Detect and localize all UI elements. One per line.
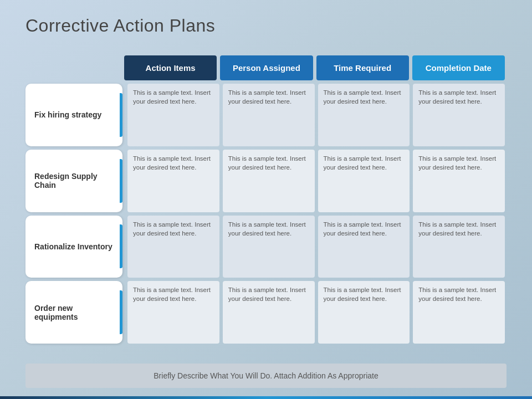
bottom-accent-line [0, 396, 532, 399]
row-person-assigned-cell[interactable]: This is a sample text. Insert your desir… [223, 84, 315, 146]
table-row: Fix hiring strategy This is a sample tex… [25, 84, 507, 146]
header-time-required: Time Required [316, 55, 409, 80]
header-person-assigned: Person Assigned [220, 55, 313, 80]
header-completion-date: Completion Date [412, 55, 505, 80]
page-title: Corrective Action Plans [25, 16, 215, 36]
row-data-cells: This is a sample text. Insert your desir… [126, 281, 507, 344]
row-label: Fix hiring strategy [25, 84, 122, 146]
table-row: Rationalize Inventory This is a sample t… [25, 216, 507, 278]
row-completion-date-cell[interactable]: This is a sample text. Insert your desir… [413, 150, 505, 212]
row-data-cells: This is a sample text. Insert your desir… [126, 150, 507, 212]
row-time-required-cell[interactable]: This is a sample text. Insert your desir… [318, 216, 410, 278]
row-person-assigned-cell[interactable]: This is a sample text. Insert your desir… [223, 281, 315, 344]
row-time-required-cell[interactable]: This is a sample text. Insert your desir… [318, 150, 410, 212]
table-header: Action Items Person Assigned Time Requir… [122, 55, 507, 80]
table-row: Redesign Supply Chain This is a sample t… [25, 150, 507, 212]
row-label: Rationalize Inventory [25, 216, 122, 278]
row-person-assigned-cell[interactable]: This is a sample text. Insert your desir… [223, 150, 315, 212]
row-action-items-cell[interactable]: This is a sample text. Insert your desir… [127, 281, 219, 344]
row-completion-date-cell[interactable]: This is a sample text. Insert your desir… [413, 281, 505, 344]
row-data-cells: This is a sample text. Insert your desir… [126, 84, 507, 146]
footer-description: Briefly Describe What You Will Do. Attac… [25, 364, 507, 388]
header-action-items: Action Items [124, 55, 217, 80]
row-data-cells: This is a sample text. Insert your desir… [126, 216, 507, 278]
main-table: Action Items Person Assigned Time Requir… [25, 55, 507, 344]
row-completion-date-cell[interactable]: This is a sample text. Insert your desir… [413, 84, 505, 146]
row-action-items-cell[interactable]: This is a sample text. Insert your desir… [127, 84, 219, 146]
row-action-items-cell[interactable]: This is a sample text. Insert your desir… [127, 216, 219, 278]
row-label: Redesign Supply Chain [25, 150, 122, 212]
row-label: Order new equipments [25, 281, 122, 344]
table-row: Order new equipments This is a sample te… [25, 281, 507, 344]
row-action-items-cell[interactable]: This is a sample text. Insert your desir… [127, 150, 219, 212]
table-body: Fix hiring strategy This is a sample tex… [25, 84, 507, 344]
row-time-required-cell[interactable]: This is a sample text. Insert your desir… [318, 84, 410, 146]
row-completion-date-cell[interactable]: This is a sample text. Insert your desir… [413, 216, 505, 278]
row-time-required-cell[interactable]: This is a sample text. Insert your desir… [318, 281, 410, 344]
row-person-assigned-cell[interactable]: This is a sample text. Insert your desir… [223, 216, 315, 278]
